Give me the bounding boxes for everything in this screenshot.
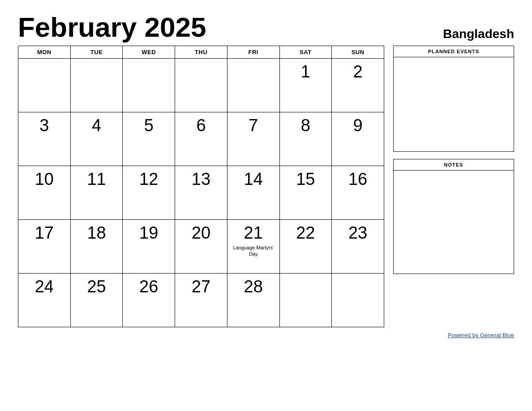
day-of-week-header: SUN (332, 46, 384, 59)
calendar-cell: 19 (123, 220, 175, 274)
month-title: February 2025 (18, 13, 206, 41)
calendar-cell (279, 274, 332, 327)
calendar-cell: 1 (279, 59, 332, 112)
calendar-cell: 22 (279, 220, 332, 274)
calendar-cell: 28 (227, 274, 279, 327)
planned-events-header: PLANNED EVENTS (394, 46, 514, 57)
calendar-cell (70, 59, 123, 112)
day-number: 24 (35, 277, 54, 296)
day-number: 27 (192, 277, 210, 296)
calendar-cell: 9 (332, 112, 384, 166)
day-number: 19 (139, 223, 158, 243)
page-header: February 2025 Bangladesh (18, 13, 514, 41)
day-number: 15 (296, 170, 315, 189)
notes-box: NOTES (393, 159, 514, 274)
country-title: Bangladesh (443, 27, 514, 41)
calendar-cell: 16 (332, 166, 384, 220)
day-number: 16 (348, 170, 367, 189)
calendar-cell: 13 (175, 166, 227, 220)
day-of-week-header: TUE (70, 46, 123, 59)
day-number: 25 (87, 277, 106, 296)
main-layout: MONTUEWEDTHUFRISATSUN 123456789101112131… (18, 46, 514, 327)
day-number: 6 (196, 116, 206, 135)
calendar-week-row: 10111213141516 (18, 166, 384, 220)
calendar-cell (18, 59, 71, 112)
calendar-cell: 15 (279, 166, 332, 220)
sidebar: PLANNED EVENTS NOTES (393, 46, 514, 274)
day-of-week-header: WED (123, 46, 175, 59)
calendar-cell: 18 (70, 220, 123, 274)
calendar-cell: 6 (175, 112, 227, 166)
day-of-week-header: MON (18, 46, 71, 59)
calendar-cell: 26 (123, 274, 175, 327)
calendar-week-row: 1718192021Language Martyrs' Day2223 (18, 220, 384, 274)
day-number: 2 (353, 62, 363, 81)
calendar-cell: 17 (18, 220, 71, 274)
day-number: 17 (35, 223, 54, 243)
holiday-label: Language Martyrs' Day (232, 244, 275, 257)
day-number: 1 (301, 62, 310, 81)
day-number: 23 (348, 223, 367, 243)
footer: Powered by General Blue (18, 332, 514, 338)
calendar-cell (227, 59, 279, 112)
day-number: 13 (192, 170, 210, 189)
day-number: 7 (249, 116, 258, 135)
day-of-week-header: FRI (227, 46, 279, 59)
planned-events-box: PLANNED EVENTS (393, 46, 514, 152)
calendar-cell (123, 59, 175, 112)
planned-events-body (394, 57, 514, 151)
calendar-section: MONTUEWEDTHUFRISATSUN 123456789101112131… (18, 46, 384, 327)
calendar-cell: 2 (332, 59, 384, 112)
day-number: 8 (301, 116, 310, 135)
calendar-cell: 20 (175, 220, 227, 274)
calendar-week-row: 3456789 (18, 112, 384, 166)
calendar-cell: 23 (332, 220, 384, 274)
day-number: 18 (87, 223, 106, 243)
calendar-cell: 25 (70, 274, 123, 327)
day-number: 12 (139, 170, 158, 189)
calendar-cell: 14 (227, 166, 279, 220)
day-number: 22 (296, 223, 315, 243)
day-number: 3 (39, 116, 49, 135)
day-number: 26 (139, 277, 158, 296)
calendar-cell: 8 (279, 112, 332, 166)
day-number: 28 (244, 277, 263, 296)
calendar-cell: 5 (123, 112, 175, 166)
calendar-cell: 12 (123, 166, 175, 220)
notes-header: NOTES (394, 159, 514, 171)
day-number: 4 (92, 116, 101, 135)
calendar-cell (332, 274, 384, 327)
calendar-cell: 21Language Martyrs' Day (227, 220, 279, 274)
calendar-cell: 11 (70, 166, 123, 220)
calendar-cell (175, 59, 227, 112)
day-number: 10 (35, 170, 54, 189)
day-number: 21 (244, 223, 263, 243)
calendar-cell: 24 (18, 274, 71, 327)
calendar-cell: 4 (70, 112, 123, 166)
calendar-cell: 7 (227, 112, 279, 166)
day-number: 20 (192, 223, 210, 243)
calendar-cell: 3 (18, 112, 71, 166)
day-of-week-header: SAT (279, 46, 332, 59)
powered-by-link[interactable]: Powered by General Blue (448, 332, 514, 338)
calendar-week-row: 12 (18, 59, 384, 112)
day-of-week-header: THU (175, 46, 227, 59)
day-number: 5 (144, 116, 154, 135)
day-number: 11 (87, 170, 106, 189)
calendar-table: MONTUEWEDTHUFRISATSUN 123456789101112131… (18, 46, 384, 327)
calendar-cell: 10 (18, 166, 71, 220)
day-number: 9 (353, 116, 363, 135)
calendar-week-row: 2425262728 (18, 274, 384, 327)
notes-body (394, 171, 514, 274)
calendar-cell: 27 (175, 274, 227, 327)
day-number: 14 (244, 170, 263, 189)
